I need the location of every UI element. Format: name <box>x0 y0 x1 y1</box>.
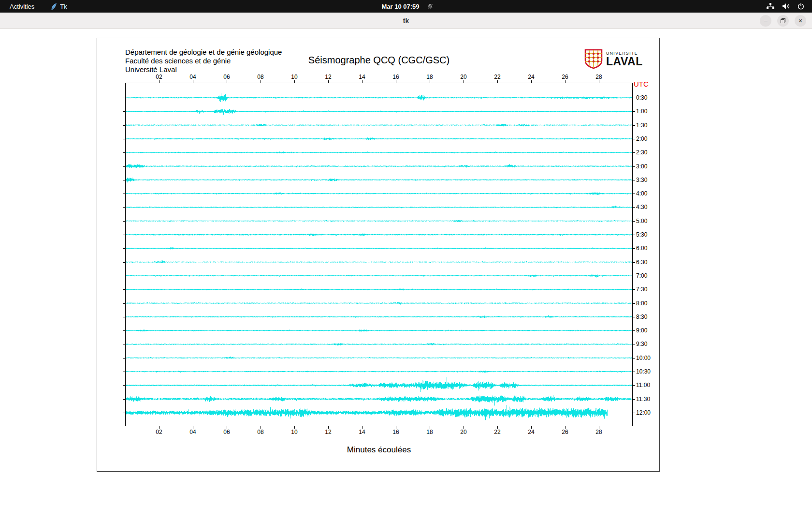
y-tick-mark <box>633 372 635 372</box>
figure-title: Séismographe QCQ (CGC/GSC) <box>125 55 633 66</box>
volume-icon <box>782 3 790 10</box>
trace-time-label: 8:00 <box>636 300 647 307</box>
trace-time-label: 5:00 <box>636 218 647 224</box>
y-tick-mark <box>633 358 635 359</box>
x-tick-mark <box>464 426 464 429</box>
x-tick-mark <box>328 426 329 429</box>
y-tick-mark <box>633 248 635 249</box>
y-tick-mark <box>633 166 635 167</box>
x-tick-label-top: 20 <box>457 74 470 80</box>
trace-time-label: 2:30 <box>636 149 647 156</box>
x-tick-label-top: 22 <box>491 74 504 80</box>
x-tick-mark <box>159 426 160 429</box>
y-tick-mark <box>633 139 635 139</box>
y-tick-mark <box>633 194 635 194</box>
trace-time-label: 6:00 <box>636 245 647 252</box>
x-tick-label-bottom: 16 <box>389 429 403 435</box>
y-tick-mark <box>633 330 635 331</box>
x-tick-label-top: 14 <box>355 74 369 80</box>
x-tick-label-top: 18 <box>423 74 436 80</box>
y-tick-mark <box>633 207 635 208</box>
x-tick-label-top: 26 <box>558 74 572 80</box>
x-tick-label-top: 08 <box>254 74 267 80</box>
x-tick-label-top: 02 <box>152 74 166 80</box>
trace-time-label: 2:00 <box>636 135 647 142</box>
trace-time-label: 3:30 <box>636 177 647 183</box>
tk-app-indicator[interactable]: Tk <box>48 0 70 13</box>
y-tick-mark <box>633 152 635 153</box>
y-tick-mark <box>633 125 635 126</box>
x-tick-label-bottom: 06 <box>220 429 233 435</box>
top-bar: Activities Tk Mar 10 07:59 <box>0 0 812 13</box>
trace-time-label: 9:30 <box>636 341 647 347</box>
seismograph-canvas <box>125 83 633 426</box>
x-tick-mark <box>362 426 362 429</box>
system-tray[interactable] <box>767 0 812 13</box>
x-tick-mark <box>599 426 599 429</box>
activities-button[interactable]: Activities <box>7 0 37 13</box>
x-tick-label-bottom: 28 <box>592 429 606 435</box>
x-tick-label-bottom: 14 <box>355 429 369 435</box>
x-tick-mark <box>396 426 396 429</box>
trace-time-label: 1:00 <box>636 108 647 115</box>
y-tick-mark <box>633 221 635 222</box>
y-tick-mark <box>633 344 635 344</box>
x-tick-label-bottom: 24 <box>524 429 538 435</box>
tk-app-label: Tk <box>60 3 67 10</box>
x-tick-label-top: 04 <box>186 74 200 80</box>
trace-time-label: 0:30 <box>636 94 647 101</box>
logo-text-laval: LAVAL <box>606 56 643 67</box>
header-line-3: Université Laval <box>125 65 282 74</box>
x-tick-mark <box>430 426 430 429</box>
restore-icon <box>781 18 785 23</box>
trace-time-label: 8:30 <box>636 314 647 320</box>
trace-time-label: 9:00 <box>636 327 647 334</box>
laval-shield-icon <box>584 49 603 69</box>
y-tick-mark <box>633 180 635 180</box>
clock[interactable]: Mar 10 07:59 <box>378 0 422 13</box>
y-tick-mark <box>633 262 635 263</box>
x-tick-mark <box>565 426 566 429</box>
x-tick-mark <box>261 426 261 429</box>
y-tick-mark <box>633 276 635 276</box>
notifications-disabled-icon <box>427 3 434 10</box>
x-tick-label-top: 28 <box>592 74 606 80</box>
restore-button[interactable] <box>777 15 789 27</box>
x-tick-label-top: 16 <box>389 74 403 80</box>
x-tick-label-bottom: 12 <box>321 429 335 435</box>
trace-time-label: 6:30 <box>636 259 647 266</box>
y-tick-mark <box>633 98 635 98</box>
network-icon <box>767 3 774 10</box>
x-tick-label-top: 12 <box>321 74 335 80</box>
trace-time-label: 11:00 <box>636 382 650 388</box>
trace-time-label: 7:00 <box>636 272 647 279</box>
minimize-button[interactable]: − <box>760 15 771 27</box>
laval-logo: UNIVERSITÉ LAVAL <box>584 49 643 69</box>
y-tick-mark <box>633 235 635 235</box>
trace-time-label: 11:30 <box>636 396 650 403</box>
x-tick-label-bottom: 18 <box>423 429 436 435</box>
x-tick-label-bottom: 04 <box>186 429 200 435</box>
x-tick-mark <box>497 426 498 429</box>
trace-time-label: 5:30 <box>636 231 647 238</box>
y-tick-mark <box>633 385 635 386</box>
x-tick-label-bottom: 26 <box>558 429 572 435</box>
seismograph-figure: Département de géologie et de génie géol… <box>97 38 660 472</box>
trace-time-label: 4:30 <box>636 204 647 210</box>
trace-time-label: 7:30 <box>636 286 647 293</box>
x-tick-mark <box>294 426 295 429</box>
x-tick-label-bottom: 08 <box>254 429 267 435</box>
x-tick-mark <box>531 426 532 429</box>
x-tick-label-bottom: 20 <box>457 429 470 435</box>
x-tick-label-bottom: 22 <box>491 429 504 435</box>
window-title: tk <box>403 17 409 25</box>
close-button[interactable]: × <box>795 15 806 27</box>
y-tick-mark <box>633 317 635 317</box>
y-tick-mark <box>633 303 635 304</box>
x-tick-label-top: 06 <box>220 74 233 80</box>
trace-time-label: 1:30 <box>636 122 647 129</box>
window-titlebar[interactable]: tk <box>0 13 812 29</box>
y-tick-mark <box>633 413 635 413</box>
y-tick-mark <box>633 399 635 400</box>
x-tick-label-top: 10 <box>288 74 301 80</box>
